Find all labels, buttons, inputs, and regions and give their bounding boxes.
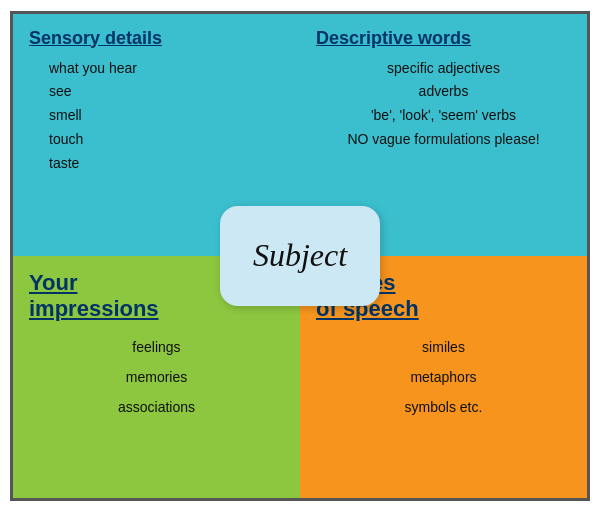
impressions-item-3: associations — [29, 396, 284, 420]
descriptive-item-4: NO vague formulations please! — [316, 128, 571, 152]
sensory-item-1: what you hear — [29, 57, 284, 81]
sensory-item-4: touch — [29, 128, 284, 152]
impressions-item-1: feelings — [29, 336, 284, 360]
sensory-item-5: taste — [29, 152, 284, 176]
descriptive-words-title: Descriptive words — [316, 28, 571, 49]
figures-item-3: symbols etc. — [316, 396, 571, 420]
figures-item-1: similes — [316, 336, 571, 360]
main-diagram: Sensory details what you hear see smell … — [10, 11, 590, 501]
impressions-item-2: memories — [29, 366, 284, 390]
subject-label: Subject — [253, 237, 347, 274]
descriptive-item-3: 'be', 'look', 'seem' verbs — [316, 104, 571, 128]
sensory-details-title: Sensory details — [29, 28, 284, 49]
descriptive-item-2: adverbs — [316, 80, 571, 104]
sensory-item-3: smell — [29, 104, 284, 128]
subject-center-box: Subject — [220, 206, 380, 306]
sensory-item-2: see — [29, 80, 284, 104]
figures-item-2: metaphors — [316, 366, 571, 390]
descriptive-item-1: specific adjectives — [316, 57, 571, 81]
